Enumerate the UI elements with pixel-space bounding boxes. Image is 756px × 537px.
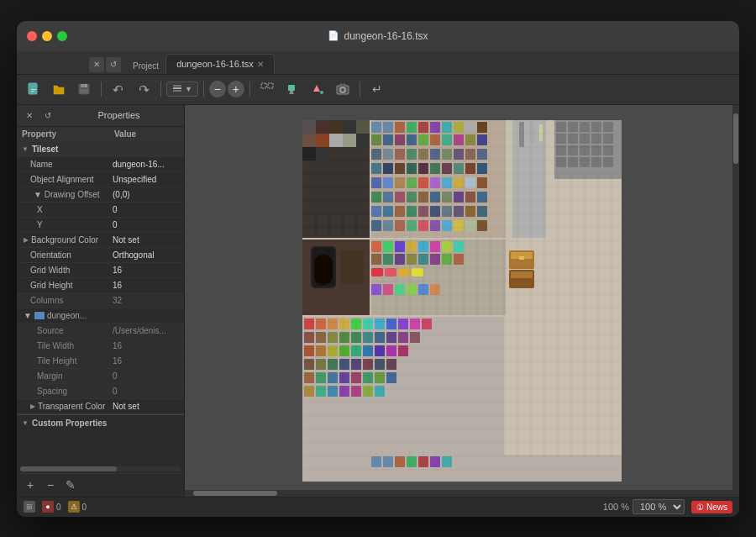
tab-close-icon[interactable]: ✕ bbox=[257, 60, 264, 69]
svg-rect-55 bbox=[477, 122, 487, 133]
panel-toggle[interactable]: ⊞ bbox=[24, 501, 35, 513]
minimize-button[interactable] bbox=[42, 31, 52, 41]
zoom-out-btn[interactable]: − bbox=[209, 81, 226, 97]
select-tool-btn[interactable] bbox=[255, 78, 279, 100]
prop-source[interactable]: Source /Users/denis... bbox=[17, 324, 184, 339]
open-file-btn[interactable] bbox=[47, 78, 71, 100]
svg-rect-0 bbox=[29, 83, 37, 94]
news-button[interactable]: ① News bbox=[691, 501, 732, 513]
separator-3 bbox=[203, 82, 204, 97]
svg-rect-222 bbox=[339, 359, 349, 370]
vertical-scrollbar[interactable] bbox=[732, 105, 739, 497]
horizontal-scrollbar-thumb[interactable] bbox=[193, 491, 277, 496]
main-window: 📄 dungeon-16-16.tsx ✕ ↺ Project dungeon-… bbox=[17, 21, 739, 517]
zoom-control: 100 % 100 % 50 % 200 % bbox=[603, 499, 685, 514]
svg-rect-86 bbox=[371, 177, 381, 188]
svg-rect-174 bbox=[385, 268, 396, 276]
separator-4 bbox=[249, 82, 250, 97]
prop-grid-height[interactable]: Grid Height 16 bbox=[17, 278, 184, 293]
new-file-btn[interactable] bbox=[22, 78, 45, 100]
image-section-value bbox=[109, 313, 184, 317]
tileset-area[interactable] bbox=[185, 105, 739, 497]
fill-tool-btn[interactable] bbox=[306, 78, 329, 100]
tileset-canvas[interactable] bbox=[185, 105, 739, 497]
horizontal-scrollbar[interactable] bbox=[185, 490, 732, 497]
svg-rect-71 bbox=[430, 149, 440, 160]
svg-rect-1 bbox=[31, 89, 36, 90]
remove-property-btn[interactable]: − bbox=[42, 476, 59, 493]
prop-object-alignment[interactable]: Object Alignment Unspecified bbox=[17, 172, 184, 187]
svg-rect-66 bbox=[371, 149, 381, 160]
props-scrollbar-h[interactable] bbox=[20, 466, 181, 471]
edit-property-btn[interactable]: ✎ bbox=[62, 476, 79, 493]
add-property-btn[interactable]: + bbox=[22, 476, 39, 493]
split-pane: ✕ ↺ Properties Property Value ▼ Ti bbox=[17, 105, 739, 497]
prop-margin[interactable]: Margin 0 bbox=[17, 369, 184, 384]
svg-rect-226 bbox=[386, 359, 396, 370]
svg-rect-121 bbox=[430, 220, 440, 231]
undo-btn[interactable] bbox=[107, 78, 130, 100]
prop-transparent-color[interactable]: ▶ Transparent Color Not set bbox=[17, 399, 184, 414]
error-count: 0 bbox=[56, 503, 61, 512]
panel-refresh-btn[interactable]: ↺ bbox=[106, 57, 121, 72]
svg-point-15 bbox=[320, 91, 323, 94]
prop-cols-label: Columns bbox=[17, 294, 109, 307]
subsection-drawing-offset[interactable]: ▼ Drawing Offset (0,0) bbox=[17, 187, 184, 203]
panel-close-btn[interactable]: ✕ bbox=[89, 57, 104, 72]
svg-rect-162 bbox=[430, 241, 440, 252]
enter-btn[interactable]: ↵ bbox=[365, 78, 389, 100]
prop-grid-width[interactable]: Grid Width 16 bbox=[17, 263, 184, 278]
save-btn[interactable] bbox=[72, 78, 96, 100]
prop-columns[interactable]: Columns 32 bbox=[17, 293, 184, 308]
svg-rect-177 bbox=[371, 284, 381, 295]
svg-rect-165 bbox=[371, 254, 381, 265]
svg-rect-115 bbox=[477, 206, 487, 217]
svg-rect-201 bbox=[316, 332, 326, 343]
svg-rect-74 bbox=[465, 149, 475, 160]
svg-rect-180 bbox=[407, 284, 417, 295]
camera-btn[interactable] bbox=[331, 78, 354, 100]
vertical-scrollbar-thumb[interactable] bbox=[733, 113, 738, 164]
close-button[interactable] bbox=[27, 31, 37, 41]
svg-rect-107 bbox=[383, 206, 393, 217]
file-icon: 📄 bbox=[328, 30, 339, 41]
layer-dropdown[interactable]: ▼ bbox=[166, 82, 198, 97]
svg-rect-57 bbox=[383, 134, 393, 145]
zoom-select[interactable]: 100 % 50 % 200 % bbox=[633, 499, 685, 514]
prop-background-color[interactable]: ▶ Background Color Not set bbox=[17, 233, 184, 248]
custom-properties-section[interactable]: ▼ Custom Properties bbox=[17, 414, 184, 431]
svg-rect-33 bbox=[302, 120, 316, 134]
zoom-in-btn[interactable]: + bbox=[228, 81, 244, 97]
svg-rect-182 bbox=[430, 284, 440, 295]
prop-orientation[interactable]: Orientation Orthogonal bbox=[17, 248, 184, 263]
prop-y[interactable]: Y 0 bbox=[17, 218, 184, 233]
prop-tile-width[interactable]: Tile Width 16 bbox=[17, 339, 184, 354]
svg-rect-246 bbox=[407, 456, 417, 467]
section-tileset[interactable]: ▼ Tileset bbox=[17, 142, 184, 157]
svg-rect-160 bbox=[407, 241, 417, 252]
props-refresh-btn[interactable]: ↺ bbox=[40, 108, 55, 123]
prop-spacing[interactable]: Spacing 0 bbox=[17, 384, 184, 399]
subsection-image[interactable]: ▼ dungeon... bbox=[17, 308, 184, 324]
project-label: Project bbox=[126, 58, 165, 74]
svg-rect-87 bbox=[383, 177, 393, 188]
stamp-tool-btn[interactable] bbox=[281, 78, 304, 100]
tileset-image[interactable] bbox=[302, 120, 622, 482]
svg-rect-64 bbox=[465, 134, 475, 145]
prop-tile-height[interactable]: Tile Height 16 bbox=[17, 354, 184, 369]
prop-x[interactable]: X 0 bbox=[17, 203, 184, 218]
prop-y-value: 0 bbox=[109, 218, 184, 231]
tab-dungeon[interactable]: dungeon-16-16.tsx ✕ bbox=[165, 54, 275, 74]
panel-icon[interactable]: ⊞ bbox=[24, 501, 35, 513]
svg-rect-185 bbox=[519, 256, 524, 260]
props-header: Property Value bbox=[17, 127, 184, 142]
tabbar: ✕ ↺ Project dungeon-16-16.tsx ✕ bbox=[17, 51, 739, 75]
prop-name[interactable]: Name dungeon-16... bbox=[17, 157, 184, 172]
maximize-button[interactable] bbox=[57, 31, 67, 41]
props-close-btn[interactable]: ✕ bbox=[22, 108, 37, 123]
drawing-offset-value: (0,0) bbox=[109, 188, 184, 201]
svg-rect-219 bbox=[304, 359, 314, 370]
redo-btn[interactable] bbox=[132, 78, 155, 100]
svg-rect-218 bbox=[398, 345, 408, 356]
props-toolbar: ✕ ↺ Properties bbox=[17, 105, 184, 127]
